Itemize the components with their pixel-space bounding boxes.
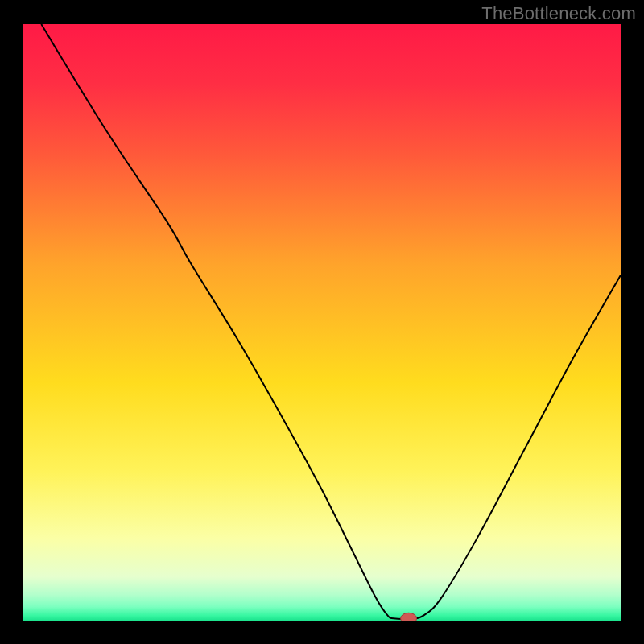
gradient-background	[23, 24, 621, 621]
chart-svg	[23, 24, 621, 621]
minimum-marker	[401, 613, 417, 621]
chart-plot-area	[23, 24, 621, 621]
watermark-text: TheBottleneck.com	[481, 3, 636, 24]
chart-frame: TheBottleneck.com	[0, 0, 644, 644]
